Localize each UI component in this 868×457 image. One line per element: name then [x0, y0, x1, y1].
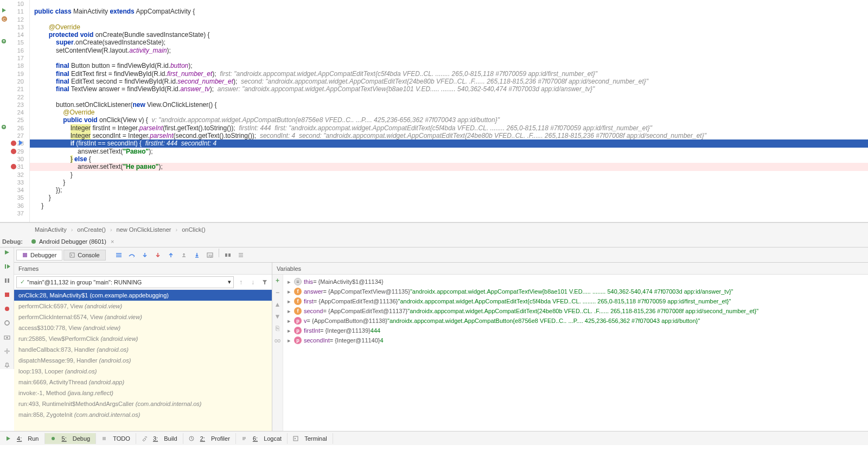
gutter-line[interactable]: 25	[0, 116, 24, 124]
code-line[interactable]: if (firstInt == secondInt) { firstInt: 4…	[30, 139, 868, 147]
glasses-icon[interactable]: oo	[274, 337, 282, 344]
expand-icon[interactable]: ▸	[288, 336, 294, 345]
gutter-line[interactable]: 20	[0, 78, 24, 85]
gutter-line[interactable]: 30	[0, 155, 24, 163]
thread-combo[interactable]: ✓ "main"@11,132 in group "main": RUNNING…	[16, 276, 234, 288]
code-line[interactable]: }	[30, 179, 868, 186]
expand-icon[interactable]: ▸	[288, 316, 294, 325]
bottom-tab-build[interactable]: 3: Build	[136, 433, 183, 444]
bottom-tab-logcat[interactable]: 6: Logcat	[236, 433, 288, 444]
breadcrumb[interactable]: MainActivity›onCreate()›new OnClickListe…	[0, 223, 868, 236]
view-breakpoints-icon[interactable]	[3, 305, 11, 313]
remove-watch-icon[interactable]: −	[274, 289, 282, 296]
code-line[interactable]	[30, 93, 868, 101]
gutter-line[interactable]: 32	[0, 171, 24, 179]
variable-item[interactable]: ▸psecondInt = {Integer@11140} 4	[285, 335, 866, 345]
code-line[interactable]	[30, 16, 868, 23]
code-line[interactable]: final EditText second = findViewById(R.i…	[30, 78, 868, 85]
gutter-line[interactable]: 21	[0, 85, 24, 93]
stack-frame-item[interactable]: loop:193, Looper (android.os)	[14, 366, 272, 377]
stack-frame-item[interactable]: invoke:-1, Method (java.lang.reflect)	[14, 388, 272, 398]
expand-icon[interactable]: ▸	[288, 297, 294, 306]
resume-icon[interactable]	[3, 263, 11, 270]
stack-frame-item[interactable]: performClick:6597, View (android.view)	[14, 301, 272, 312]
code-line[interactable]	[30, 54, 868, 62]
code-line[interactable]: answer.setText("Не равно");	[30, 163, 868, 170]
add-watch-icon[interactable]: +	[274, 277, 282, 284]
breadcrumb-item[interactable]: new OnClickListener	[117, 226, 171, 233]
code-line[interactable]: }	[30, 171, 868, 179]
code-line[interactable]: setContentView(R.layout.activity_main);	[30, 47, 868, 54]
gutter-line[interactable]: 26	[0, 124, 24, 132]
breakpoint-icon[interactable]	[11, 149, 16, 154]
expand-icon[interactable]: ▸	[288, 307, 294, 315]
variable-item[interactable]: ▸≡this = {MainActivity$1@11134}	[285, 277, 866, 287]
stack-frame-item[interactable]: handleCallback:873, Handler (android.os)	[14, 344, 272, 355]
code-line[interactable]: @Override	[30, 109, 868, 116]
gutter-line[interactable]: 16	[0, 47, 24, 54]
up-icon[interactable]: ▲	[274, 301, 282, 308]
code-line[interactable]: button.setOnClickListener(new View.OnCli…	[30, 101, 868, 109]
code-line[interactable]: Integer firstInt = Integer.parseInt(firs…	[30, 124, 868, 132]
bottom-tab-terminal[interactable]: Terminal	[288, 433, 333, 444]
evaluate-expression-icon[interactable]: xy	[203, 249, 216, 262]
code-content[interactable]: public class MainActivity extends AppCom…	[30, 0, 868, 222]
duplicate-icon[interactable]: ⎘	[274, 325, 282, 332]
breakpoint-icon[interactable]	[11, 141, 16, 146]
bottom-tab-debug[interactable]: 5: Debug	[45, 433, 97, 444]
settings-icon[interactable]	[3, 347, 11, 355]
stack-frame-item[interactable]: performClickInternal:6574, View (android…	[14, 312, 272, 322]
gutter-line[interactable]: 34	[0, 186, 24, 194]
gutter-line[interactable]: 28	[0, 139, 24, 147]
code-line[interactable]: public class MainActivity extends AppCom…	[30, 8, 868, 15]
gutter-line[interactable]: 17	[0, 54, 24, 62]
bottom-tab-todo[interactable]: TODO	[96, 433, 136, 444]
tab-debugger[interactable]: Debugger	[16, 250, 62, 261]
gutter-line[interactable]: 22	[0, 93, 24, 101]
code-line[interactable]: @Override	[30, 23, 868, 31]
gutter-line[interactable]: 10	[0, 0, 24, 8]
bottom-tab-run[interactable]: 4: Run	[0, 433, 45, 444]
gutter-line[interactable]: 18	[0, 62, 24, 69]
step-out-icon[interactable]	[164, 249, 177, 262]
step-over-icon[interactable]	[125, 249, 138, 262]
gutter-line[interactable]: 15	[0, 39, 24, 46]
editor-gutter[interactable]: 1011C12131415161718192021222324252627282…	[0, 0, 30, 222]
expand-icon[interactable]: ▸	[288, 277, 294, 286]
code-line[interactable]: answer.setText("Равно");	[30, 148, 868, 155]
code-line[interactable]: final Button button = findViewById(R.id.…	[30, 62, 868, 69]
gutter-line[interactable]: 33	[0, 179, 24, 186]
code-line[interactable]: Integer secondInt = Integer.parseInt(sec…	[30, 132, 868, 139]
tab-console[interactable]: Console	[63, 250, 105, 261]
prev-frame-icon[interactable]: ↑	[236, 277, 246, 287]
force-step-into-icon[interactable]	[151, 249, 164, 262]
code-line[interactable]: final EditText first = findViewById(R.id…	[30, 70, 868, 78]
stack-frame-item[interactable]: onClick:28, MainActivity$1 (com.example.…	[14, 290, 272, 301]
stack-frame-item[interactable]: main:6669, ActivityThread (android.app)	[14, 377, 272, 388]
gutter-line[interactable]: 19	[0, 70, 24, 78]
run-to-cursor-icon[interactable]	[190, 249, 203, 262]
gutter-line[interactable]: 11C	[0, 8, 24, 15]
trace-current-stream-icon[interactable]	[221, 249, 234, 262]
gutter-line[interactable]: 37	[0, 210, 24, 217]
close-icon[interactable]: ×	[111, 238, 114, 245]
stack-frame-item[interactable]: run:25885, View$PerformClick (android.vi…	[14, 333, 272, 344]
breakpoint-icon[interactable]	[11, 164, 16, 169]
camera-icon[interactable]	[3, 333, 11, 341]
code-line[interactable]	[30, 0, 868, 8]
mute-breakpoints-icon[interactable]	[3, 319, 11, 327]
gutter-line[interactable]: 12	[0, 16, 24, 23]
variable-item[interactable]: ▸pfirstInt = {Integer@11139} 444	[285, 326, 866, 335]
gutter-line[interactable]: 35	[0, 194, 24, 201]
gutter-line[interactable]: 14	[0, 31, 24, 39]
stack-frame-item[interactable]: access$3100:778, View (android.view)	[14, 322, 272, 333]
code-line[interactable]: super.onCreate(savedInstanceState);	[30, 39, 868, 46]
drop-frame-icon[interactable]	[177, 249, 190, 262]
show-execution-point-icon[interactable]	[112, 249, 125, 262]
pause-icon[interactable]	[3, 277, 11, 284]
stack-frame-item[interactable]: main:858, ZygoteInit (com.android.intern…	[14, 409, 272, 420]
debug-session-tab[interactable]: Android Debugger (8601) ×	[26, 237, 119, 246]
step-into-icon[interactable]	[138, 249, 151, 262]
stack-frame-item[interactable]: dispatchMessage:99, Handler (android.os)	[14, 355, 272, 366]
gutter-line[interactable]: 24	[0, 109, 24, 116]
